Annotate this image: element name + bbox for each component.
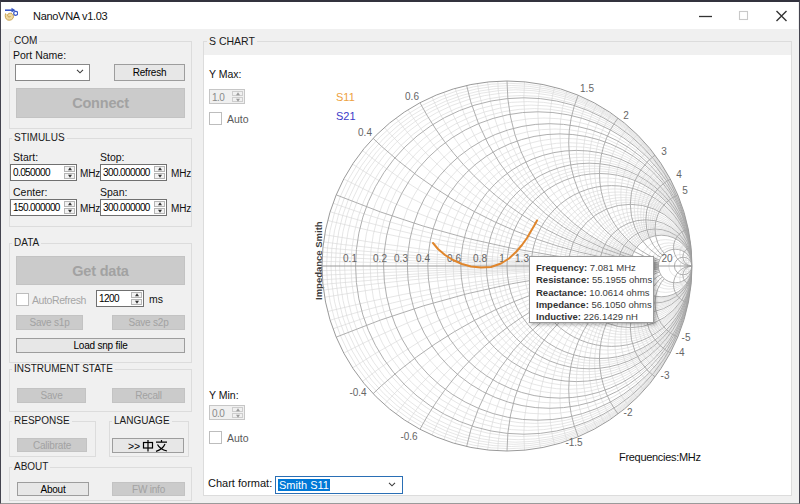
svg-text:-2: -2 (624, 407, 633, 418)
svg-text:3: 3 (661, 146, 667, 157)
svg-text:1.5: 1.5 (580, 83, 594, 94)
svg-text:4: 4 (676, 169, 682, 180)
svg-text:0.6: 0.6 (405, 91, 419, 102)
svg-text:5: 5 (682, 185, 688, 196)
svg-text:0.3: 0.3 (394, 253, 408, 264)
svg-text:2: 2 (623, 110, 629, 121)
svg-text:0.8: 0.8 (473, 253, 487, 264)
svg-text:20: 20 (661, 253, 673, 264)
svg-text:-5: -5 (682, 332, 691, 343)
svg-text:-0.4: -0.4 (349, 387, 367, 398)
svg-text:-0.6: -0.6 (400, 431, 418, 442)
svg-text:-4: -4 (676, 347, 685, 358)
svg-text:-1.5: -1.5 (565, 437, 583, 448)
svg-text:0.4: 0.4 (358, 127, 372, 138)
svg-text:-3: -3 (661, 370, 670, 381)
svg-text:1.3: 1.3 (515, 253, 529, 264)
svg-text:0.1: 0.1 (343, 253, 357, 264)
svg-text:0.2: 0.2 (373, 253, 387, 264)
svg-text:0.4: 0.4 (416, 253, 430, 264)
